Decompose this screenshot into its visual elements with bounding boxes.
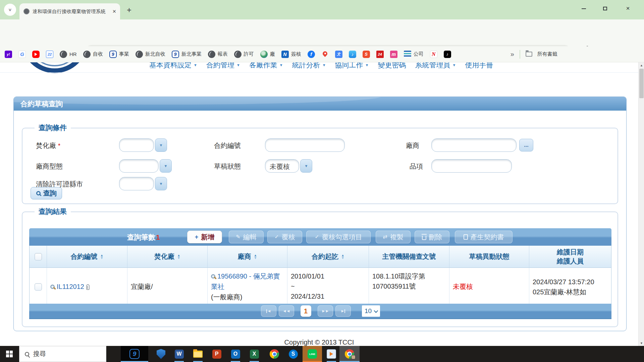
vendor-link[interactable]: 19566890 - 倆兄弟實業社 [211,273,280,290]
taskbar-app-powerpoint[interactable]: P [207,346,226,362]
nav-item-basic-data[interactable]: 基本資料設定▼ [149,62,197,69]
window-maximize-button[interactable] [598,5,612,12]
bookmark-google[interactable]: G [18,51,26,58]
window-minimize-button[interactable] [577,5,590,12]
bookmark-sign-off[interactable]: N簽核 [281,51,301,58]
bookmark-netflix[interactable]: N [430,51,437,58]
scrollbar-thumb[interactable] [639,69,644,98]
contract-no-input[interactable] [265,138,345,152]
query-button[interactable]: 查詢 [31,187,62,199]
copy-button[interactable]: ⇄複製 [376,231,411,243]
bookmark-shopee[interactable]: S [363,51,370,58]
scroll-down-arrow[interactable]: ▼ [639,340,644,346]
header-vendor[interactable]: 廠商▲▼ [208,246,287,268]
nav-item-user-manual[interactable]: 使用手冊 [465,62,493,69]
header-contract-period[interactable]: 合約起訖▲▼ [287,246,369,268]
dropdown-arrow-icon[interactable] [155,177,167,190]
select-all-checkbox[interactable] [35,253,42,260]
item-input[interactable] [431,159,512,173]
sort-icon[interactable]: ▲▼ [341,254,344,259]
bookmark-facebook[interactable]: f [308,51,315,58]
new-tab-button[interactable]: + [127,5,131,15]
nav-item-collaboration[interactable]: 協同工作▼ [335,62,369,69]
add-button[interactable]: +新增 [187,231,222,243]
row-checkbox[interactable] [35,283,42,291]
taskbar-app-excel[interactable]: X [245,346,264,362]
sort-icon[interactable]: ▲▼ [177,254,180,259]
generate-contract-button[interactable]: 產生契約書 [455,231,513,243]
tab-close-icon[interactable]: × [112,8,116,15]
magnifier-icon[interactable] [50,285,55,289]
bookmark-plant[interactable]: 廠 [260,51,275,58]
bookmark-momo[interactable]: m [390,51,397,58]
bookmark-24[interactable]: 24 [376,51,384,58]
taskbar-app-explorer[interactable] [189,346,207,362]
bookmark-ntpc-self-receive[interactable]: 新北自收 [136,51,165,58]
taskbar-app-word[interactable]: W [170,346,189,362]
taskbar-app-media-player[interactable] [322,346,341,362]
sort-icon[interactable]: ▲▼ [100,254,104,259]
county-dropdown[interactable] [119,177,167,190]
browser-tab[interactable]: 達和環保自行接收廢棄物管理系統 × [19,3,120,19]
bookmark-translate[interactable]: 文 [335,51,342,58]
taskbar-app-line[interactable]: LINE [303,346,322,362]
taskbar-app-chrome-active[interactable] [339,346,360,362]
dropdown-arrow-icon[interactable] [155,138,167,152]
page-size-select[interactable]: 10 [362,305,380,317]
bookmark-calendar[interactable]: 22 [46,51,53,58]
bookmark-yahoo[interactable]: y! [5,51,12,58]
nav-item-statistics[interactable]: 統計分析▼ [292,62,326,69]
window-close-button[interactable]: × [621,5,635,12]
taskbar-app-nine[interactable]: 9 [121,346,148,362]
header-contract-no[interactable]: 合約編號▲▼ [47,246,127,268]
tab-search-button[interactable]: ˅ [4,4,16,16]
review-checked-button[interactable]: ✓覆核勾選項目 [306,231,371,243]
dropdown-arrow-icon[interactable] [300,159,312,173]
taskbar-app-chrome[interactable] [265,346,284,362]
vendor-type-dropdown[interactable] [119,159,172,173]
start-button[interactable] [0,346,19,362]
edit-button[interactable]: ✎編輯 [229,231,264,243]
current-page-button[interactable]: 1 [301,305,311,317]
taskbar-app-security[interactable] [152,346,170,362]
nav-item-contract-mgmt[interactable]: 合約管理▼ [206,62,240,69]
page-scrollbar[interactable]: ▲ ▼ [638,62,644,346]
taskbar-app-outlook[interactable]: O [226,346,245,362]
taskbar-app-skype[interactable]: S [284,346,303,362]
first-page-button[interactable]: ◄ [261,305,276,317]
bookmark-company[interactable]: 公司 [404,51,424,58]
contract-no-link[interactable]: IL112012 [57,283,84,290]
delete-button[interactable]: 刪除 [415,231,449,243]
header-incinerator[interactable]: 焚化廠▲▼ [127,246,208,268]
bookmark-tiktok[interactable]: ♪ [444,51,451,58]
all-bookmarks-button[interactable]: 所有書籤 [526,51,557,57]
bookmark-permit[interactable]: 許可 [234,51,254,58]
prev-page-button[interactable]: ◄◄ [279,305,294,317]
sort-icon[interactable]: ▲▼ [254,254,257,259]
bookmark-business[interactable]: 9事業 [109,51,129,58]
dropdown-arrow-icon[interactable] [160,159,172,173]
bookmark-ntpc-business[interactable]: 9新北事業 [172,51,202,58]
vendor-input[interactable] [431,138,517,152]
nav-item-plant-ops[interactable]: 各廠作業▼ [249,62,283,69]
incinerator-dropdown[interactable] [119,138,167,152]
next-page-button[interactable]: ►► [318,305,333,317]
paperclip-icon[interactable] [86,284,90,290]
draft-status-dropdown[interactable]: 未覆核 [265,159,312,173]
bookmark-maps[interactable] [321,51,329,58]
vendor-browse-button[interactable]: ... [519,139,533,152]
skype-icon: S [289,350,298,359]
scroll-up-arrow[interactable]: ▲ [639,62,644,68]
bookmark-youtube[interactable] [32,51,40,58]
review-button[interactable]: ✓覆核 [267,231,302,243]
nav-item-sys-admin[interactable]: 系統管理員▼ [415,62,456,69]
taskbar-search-box[interactable]: 搜尋 [19,346,106,362]
bookmark-music[interactable]: ♪ [349,51,356,58]
last-page-button[interactable]: ► [335,305,351,317]
nav-item-change-password[interactable]: 變更密碼 [378,62,406,69]
bookmark-hr[interactable]: HR [60,51,77,58]
magnifier-icon[interactable] [211,274,215,279]
bookmark-self-receive[interactable]: 自收 [83,51,103,58]
bookmark-report[interactable]: 報表 [208,51,228,58]
bookmarks-overflow-chevron[interactable]: » [511,50,514,58]
